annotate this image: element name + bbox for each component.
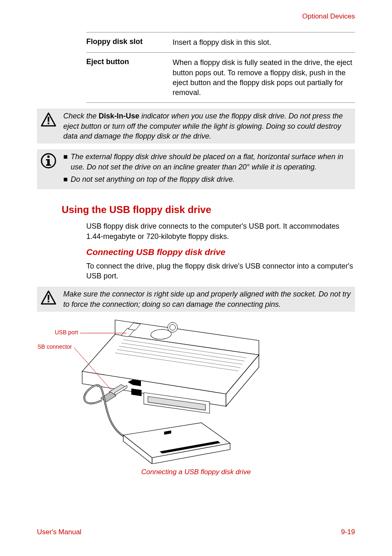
caution-block: Check the Disk-In-Use indicator when you… bbox=[37, 109, 355, 144]
warning-icon bbox=[40, 290, 57, 306]
figure: USB port USB connector Connecting a USB … bbox=[37, 316, 355, 476]
definition-row: Eject button When a floppy disk is fully… bbox=[86, 53, 355, 103]
definitions-table: Floppy disk slot Insert a floppy disk in… bbox=[86, 32, 355, 103]
warning-icon bbox=[40, 112, 57, 128]
svg-point-13 bbox=[170, 324, 175, 330]
section-heading: Using the USB floppy disk drive bbox=[62, 204, 355, 215]
page-footer: User's Manual 9-19 bbox=[37, 528, 355, 536]
caution-block: Make sure the connector is right side up… bbox=[37, 287, 355, 312]
svg-rect-2 bbox=[48, 123, 49, 124]
figure-caption: Connecting a USB floppy disk drive bbox=[37, 468, 355, 476]
header-section-link: Optional Devices bbox=[37, 12, 355, 21]
svg-rect-6 bbox=[46, 159, 48, 160]
footer-manual-label: User's Manual bbox=[37, 528, 81, 536]
info-text: ■The external floppy disk drive should b… bbox=[63, 152, 352, 187]
definition-term: Eject button bbox=[86, 58, 164, 97]
caution-text: Check the Disk-In-Use indicator when you… bbox=[63, 111, 352, 141]
definition-term: Floppy disk slot bbox=[86, 37, 164, 47]
definition-description: When a floppy disk is fully seated in th… bbox=[173, 58, 355, 97]
section-body: USB floppy disk drive connects to the co… bbox=[86, 221, 355, 241]
svg-rect-9 bbox=[48, 295, 49, 300]
footer-page-number: 9-19 bbox=[341, 528, 355, 536]
subsection-heading: Connecting USB floppy disk drive bbox=[86, 247, 355, 257]
definition-description: Insert a floppy disk in this slot. bbox=[173, 37, 355, 47]
figure-label-usb-port: USB port bbox=[55, 329, 78, 336]
figure-label-usb-connector: USB connector bbox=[37, 343, 72, 350]
svg-rect-10 bbox=[48, 301, 49, 302]
svg-point-4 bbox=[47, 155, 50, 158]
svg-rect-20 bbox=[131, 389, 141, 396]
info-icon bbox=[40, 153, 57, 169]
svg-rect-7 bbox=[46, 164, 51, 166]
subsection-body: To connect the drive, plug the floppy di… bbox=[86, 261, 355, 281]
info-block: ■The external floppy disk drive should b… bbox=[37, 149, 355, 189]
caution-text: Make sure the connector is right side up… bbox=[63, 289, 352, 309]
definition-row: Floppy disk slot Insert a floppy disk in… bbox=[86, 32, 355, 53]
svg-rect-1 bbox=[48, 117, 49, 122]
usb-floppy-drive-diagram: USB port USB connector bbox=[37, 316, 267, 464]
